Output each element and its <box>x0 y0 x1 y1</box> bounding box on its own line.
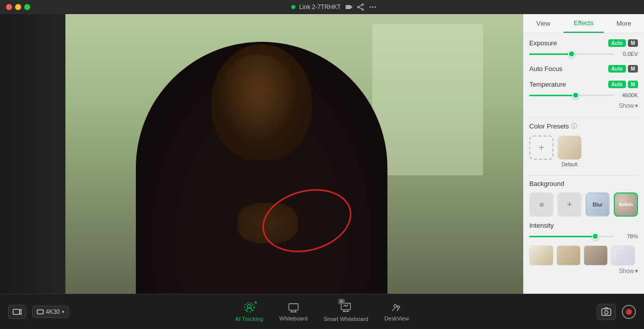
toolbar-center: ▲ AI TrackIng Whiteboard <box>228 299 416 325</box>
preset-thumbnail <box>557 136 582 160</box>
temperature-auto-badge[interactable]: Auto <box>608 81 626 88</box>
svg-point-24 <box>397 305 400 308</box>
panel-tabs: View Effects More <box>523 14 644 33</box>
camera-icon-button[interactable] <box>8 305 26 319</box>
svg-marker-11 <box>20 309 21 314</box>
right-panel: View Effects More Exposure Auto M <box>523 14 644 294</box>
exposure-auto-badge[interactable]: Auto <box>608 39 626 47</box>
bg-thumbnails <box>529 245 638 266</box>
svg-point-7 <box>370 7 371 8</box>
exposure-label: Exposure <box>529 39 557 47</box>
autofocus-section: Auto Focus Auto M <box>529 65 638 73</box>
smart-wb-badge: 0 <box>339 299 345 304</box>
autofocus-row: Auto Focus Auto M <box>529 65 638 73</box>
deskview-label: DeskView <box>384 315 409 321</box>
color-presets-row: + Default <box>529 136 638 167</box>
panel-content: Exposure Auto M 0.0EV Auto F <box>523 33 644 294</box>
camera-icon <box>13 308 22 315</box>
screenshot-button[interactable] <box>597 304 616 320</box>
intensity-label-row: Intensity <box>529 222 638 229</box>
background-options: ⊘ + Blur Bokeh <box>529 192 638 217</box>
whiteboard-label: Whiteboard <box>279 315 307 321</box>
fullscreen-button[interactable] <box>24 4 30 10</box>
show-more-link[interactable]: Show ▾ <box>529 102 638 109</box>
svg-point-2 <box>362 4 364 6</box>
resolution-label: 4K30 <box>46 308 60 315</box>
divider-2 <box>529 175 638 176</box>
temperature-row: Temperature Auto M <box>529 81 638 88</box>
record-icon[interactable] <box>345 3 353 11</box>
video-area <box>0 14 523 294</box>
exposure-section: Exposure Auto M 0.0EV <box>529 39 638 57</box>
tab-view[interactable]: View <box>523 14 564 33</box>
exposure-badges: Auto M <box>608 39 638 47</box>
resolution-button[interactable]: 4K30 ▾ <box>32 306 69 318</box>
close-button[interactable] <box>6 4 12 10</box>
autofocus-auto-badge[interactable]: Auto <box>608 65 626 73</box>
temperature-slider-row: 4600K <box>529 92 638 98</box>
tab-effects[interactable]: Effects <box>564 14 604 33</box>
resolution-chevron-icon: ▾ <box>62 309 64 314</box>
whiteboard-button[interactable]: Whiteboard <box>272 299 314 324</box>
bg-thumb-2[interactable] <box>556 245 581 266</box>
background-section: Background ⊘ + Blur Bokeh <box>529 180 638 275</box>
temperature-value: 4600K <box>618 92 638 98</box>
smart-whiteboard-label: Smart Whiteboard <box>324 316 368 322</box>
screenshot-icon <box>601 307 611 316</box>
ai-tracking-label: AI TrackIng <box>235 316 263 322</box>
toolbar-left: 4K30 ▾ <box>8 305 69 319</box>
record-button[interactable] <box>622 305 636 319</box>
bg-thumb-4[interactable] <box>611 245 635 266</box>
temperature-m-badge[interactable]: M <box>628 81 638 88</box>
bg-option-blur[interactable]: Blur <box>586 192 610 217</box>
chevron-up-icon: ▲ <box>254 300 258 304</box>
exposure-row: Exposure Auto M <box>529 39 638 47</box>
bg-thumb-1[interactable] <box>529 245 553 266</box>
exposure-slider-row: 0.0EV <box>529 51 638 57</box>
svg-rect-15 <box>289 303 298 310</box>
exposure-m-badge[interactable]: M <box>628 39 638 47</box>
bg-option-none[interactable]: ⊘ <box>529 192 553 217</box>
more-dots-icon[interactable] <box>369 3 377 11</box>
temperature-slider[interactable] <box>529 95 614 96</box>
autofocus-label: Auto Focus <box>529 65 562 73</box>
default-preset[interactable]: Default <box>557 136 582 167</box>
svg-point-3 <box>358 7 359 8</box>
intensity-label: Intensity <box>529 222 553 229</box>
temperature-section: Temperature Auto M 4600K Show ▾ <box>529 81 638 109</box>
background-title: Background <box>529 180 638 187</box>
tab-more[interactable]: More <box>604 14 644 33</box>
autofocus-m-badge[interactable]: M <box>628 65 638 73</box>
svg-point-14 <box>245 302 254 311</box>
video-feed <box>0 14 523 294</box>
ai-tracking-icon <box>244 302 255 313</box>
bg-thumb-3[interactable] <box>584 245 608 266</box>
record-dot-icon <box>626 309 632 315</box>
deskview-button[interactable]: DeskView <box>377 299 416 324</box>
share-icon[interactable] <box>357 3 365 11</box>
titlebar: Link 2-7TRHKT <box>0 0 644 14</box>
svg-point-23 <box>394 304 397 307</box>
svg-rect-10 <box>13 309 20 314</box>
exposure-slider[interactable] <box>529 53 614 55</box>
minimize-button[interactable] <box>15 4 21 10</box>
preset-label: Default <box>561 162 578 167</box>
add-preset-button[interactable]: + <box>529 136 553 160</box>
ai-tracking-button[interactable]: ▲ AI TrackIng <box>228 299 270 325</box>
smart-whiteboard-button[interactable]: 0 Smart Whiteboard <box>316 299 375 325</box>
svg-marker-1 <box>351 6 353 9</box>
svg-point-4 <box>362 9 364 11</box>
bg-option-bokeh[interactable]: Bokeh <box>614 192 638 217</box>
color-presets-title: Color Presets ⓘ <box>529 122 638 130</box>
color-presets-section: Color Presets ⓘ + Default <box>529 122 638 167</box>
svg-rect-12 <box>37 310 43 314</box>
temperature-badges: Auto M <box>608 81 638 88</box>
bg-option-add[interactable]: + <box>557 192 582 217</box>
bottom-toolbar: 4K30 ▾ ▲ AI TrackIng <box>0 294 644 329</box>
bg-show-more[interactable]: Show ▾ <box>529 268 638 275</box>
toolbar-right <box>597 304 636 320</box>
svg-line-6 <box>359 8 362 9</box>
intensity-slider-row: 78% <box>529 233 638 239</box>
intensity-value: 78% <box>618 233 638 239</box>
intensity-slider[interactable] <box>529 236 614 237</box>
